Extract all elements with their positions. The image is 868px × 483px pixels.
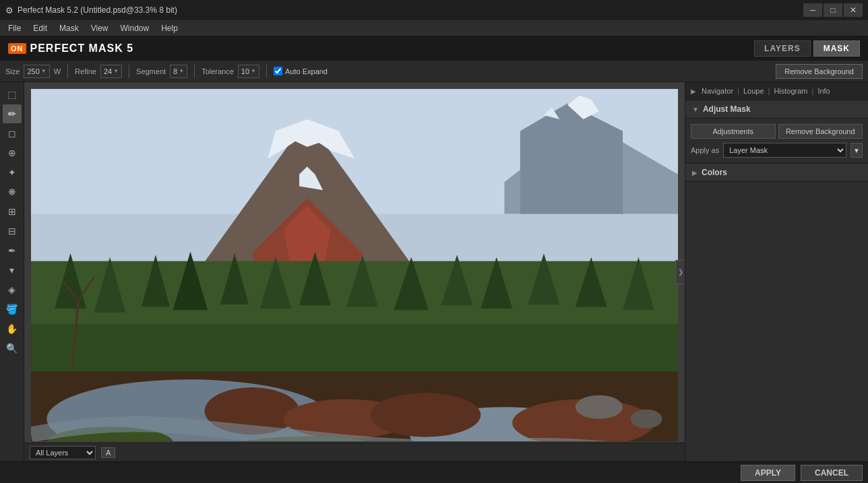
toolbar-sep-2 xyxy=(129,65,129,78)
canvas-image[interactable] xyxy=(31,89,678,441)
brand-bar: ON PERFECT MASK 5 LAYERS MASK xyxy=(0,36,868,61)
tab-mask[interactable]: MASK xyxy=(813,40,860,57)
svg-point-43 xyxy=(576,395,623,419)
apply-as-label: Apply as xyxy=(691,146,719,154)
layers-select[interactable]: All Layers Current Layer xyxy=(30,446,96,459)
remove-background-button-panel[interactable]: Remove Background xyxy=(778,124,863,139)
crosshair-tool[interactable]: ⊕ xyxy=(3,143,22,162)
colors-title: Colors xyxy=(702,168,727,177)
size-value: 250 xyxy=(27,67,39,75)
adjust-mask-arrow-icon: ▼ xyxy=(692,106,699,113)
adjustments-button[interactable]: Adjustments xyxy=(691,124,776,139)
title-bar: ⚙ Perfect Mask 5.2 (Untitled.psd@33.3% 8… xyxy=(0,0,868,20)
apply-as-select[interactable]: Layer Mask Pixel Layer Mask New Layer xyxy=(723,143,846,158)
refine-dropdown[interactable]: 24 ▼ xyxy=(100,65,122,78)
apply-button[interactable]: APPLY xyxy=(741,465,795,481)
size-arrow-icon: ▼ xyxy=(41,68,46,74)
gradient-tool[interactable]: ◈ xyxy=(3,280,22,299)
menu-help[interactable]: Help xyxy=(156,22,183,34)
paint-brush-tool[interactable]: ✏ xyxy=(3,104,22,123)
zoom-tool[interactable]: 🔍 xyxy=(3,339,22,358)
remove-background-button[interactable]: Remove Background xyxy=(776,64,863,79)
app-title: Perfect Mask 5.2 (Untitled.psd@33.3% 8 b… xyxy=(18,5,177,15)
adjust-buttons-row: Adjustments Remove Background xyxy=(691,124,863,139)
canvas-status-bar: All Layers Current Layer A xyxy=(24,443,685,461)
tolerance-arrow-icon: ▼ xyxy=(251,68,256,74)
adjust-mask-section-header[interactable]: ▼ Adjust Mask xyxy=(685,100,868,119)
menu-view[interactable]: View xyxy=(86,22,114,34)
close-button[interactable]: ✕ xyxy=(844,3,863,17)
add-tool[interactable]: ⊞ xyxy=(3,202,22,221)
fill-tool[interactable]: ▾ xyxy=(3,261,22,280)
refine-tool[interactable]: ❋ xyxy=(3,183,22,201)
colors-arrow-icon: ▶ xyxy=(692,169,698,176)
nav-navigator[interactable]: Navigator xyxy=(700,86,735,96)
magic-wand-tool[interactable]: ✦ xyxy=(3,163,22,182)
pen-tool[interactable]: ✒ xyxy=(3,241,22,260)
colors-section-header[interactable]: ▶ Colors xyxy=(685,164,868,182)
panel-collapse-button[interactable]: ❯ xyxy=(675,260,685,284)
brand-name: PERFECT MASK 5 xyxy=(30,42,134,55)
menu-window[interactable]: Window xyxy=(115,22,155,34)
menu-edit[interactable]: Edit xyxy=(28,22,53,34)
brand-tabs: LAYERS MASK xyxy=(754,40,860,57)
adjust-mask-content: Adjustments Remove Background Apply as L… xyxy=(685,119,868,164)
tab-layers[interactable]: LAYERS xyxy=(754,40,811,57)
auto-expand-label: Auto Expand xyxy=(285,67,328,75)
nav-info[interactable]: Info xyxy=(816,86,831,96)
canvas-container xyxy=(31,89,678,441)
collapse-arrow-icon: ❯ xyxy=(678,268,683,276)
tolerance-label: Tolerance xyxy=(202,67,234,75)
menu-file[interactable]: File xyxy=(3,22,26,34)
panel-navigation: ▶ Navigator | Loupe | Histogram | Info xyxy=(685,82,868,100)
toolbar: Size 250 ▼ W Refine 24 ▼ Segment 8 ▼ Tol… xyxy=(0,61,868,82)
menu-mask[interactable]: Mask xyxy=(54,22,84,34)
eraser-tool[interactable]: ◻ xyxy=(3,124,22,143)
app-icon: ⚙ xyxy=(5,5,13,15)
on-badge: ON xyxy=(8,43,26,54)
toolbar-sep-4 xyxy=(266,65,267,78)
segment-dropdown[interactable]: 8 ▼ xyxy=(170,65,187,78)
cancel-button[interactable]: CANCEL xyxy=(801,465,863,481)
size-dropdown[interactable]: 250 ▼ xyxy=(24,65,49,78)
size-label: Size xyxy=(5,67,20,75)
auto-expand-checkbox[interactable] xyxy=(274,67,282,75)
toolbar-sep-1 xyxy=(67,65,68,78)
minimize-button[interactable]: ─ xyxy=(803,3,822,17)
refine-label: Refine xyxy=(75,67,96,75)
apply-as-dropdown-btn[interactable]: ▼ xyxy=(850,143,863,158)
title-bar-left: ⚙ Perfect Mask 5.2 (Untitled.psd@33.3% 8… xyxy=(5,5,177,15)
segment-label: Segment xyxy=(136,67,166,75)
bucket-tool[interactable]: 🪣 xyxy=(3,300,22,319)
title-bar-controls: ─ □ ✕ xyxy=(803,3,863,17)
w-label: W xyxy=(54,67,61,75)
segment-value: 8 xyxy=(173,67,177,75)
refine-arrow-icon: ▼ xyxy=(113,68,119,74)
right-panel: ▶ Navigator | Loupe | Histogram | Info ▼… xyxy=(685,82,868,461)
tolerance-value: 10 xyxy=(241,67,249,75)
nav-histogram[interactable]: Histogram xyxy=(772,86,809,96)
menu-bar: File Edit Mask View Window Help xyxy=(0,20,868,36)
apply-as-row: Apply as Layer Mask Pixel Layer Mask New… xyxy=(691,143,863,158)
toolbar-sep-3 xyxy=(194,65,195,78)
auto-expand-checkbox-label[interactable]: Auto Expand xyxy=(274,67,328,75)
refine-value: 24 xyxy=(104,67,112,75)
action-bar: APPLY CANCEL xyxy=(0,461,868,483)
hand-tool[interactable]: ✋ xyxy=(3,319,22,338)
select-tool[interactable]: ⬚ xyxy=(3,85,22,104)
tools-panel: ⬚ ✏ ◻ ⊕ ✦ ❋ ⊞ ⊟ ✒ ▾ ◈ 🪣 ✋ 🔍 xyxy=(0,82,24,461)
main-area: ⬚ ✏ ◻ ⊕ ✦ ❋ ⊞ ⊟ ✒ ▾ ◈ 🪣 ✋ 🔍 xyxy=(0,82,868,461)
tolerance-dropdown[interactable]: 10 ▼ xyxy=(238,65,259,78)
maximize-button[interactable]: □ xyxy=(824,3,842,17)
canvas-area: All Layers Current Layer A xyxy=(24,82,685,461)
mode-label: A xyxy=(101,447,115,458)
svg-point-44 xyxy=(631,410,662,428)
adjust-mask-title: Adjust Mask xyxy=(703,104,751,114)
panel-nav-arrow-icon[interactable]: ▶ xyxy=(691,88,696,95)
segment-arrow-icon: ▼ xyxy=(179,68,184,74)
subtract-tool[interactable]: ⊟ xyxy=(3,222,22,240)
svg-point-38 xyxy=(370,393,480,437)
brand-logo: ON PERFECT MASK 5 xyxy=(8,42,133,55)
nav-loupe[interactable]: Loupe xyxy=(742,86,766,96)
